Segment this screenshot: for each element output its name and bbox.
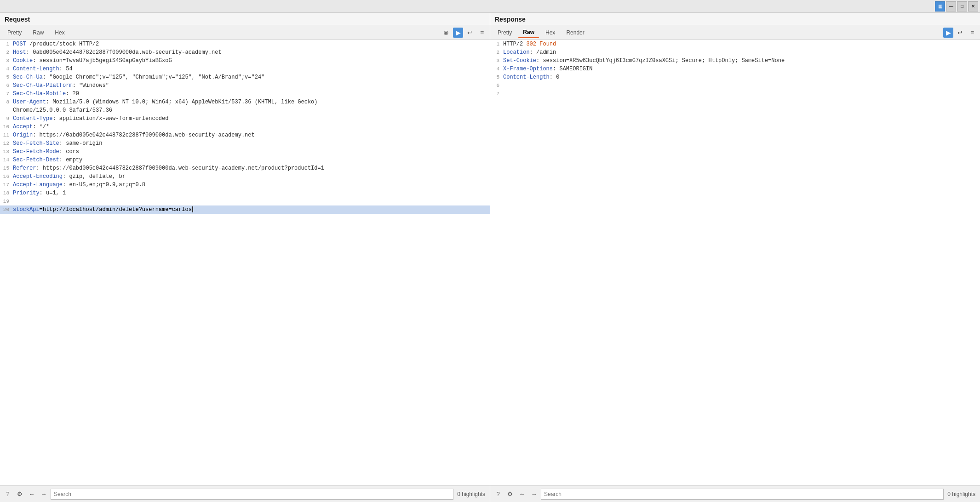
line-content: Sec-Fetch-Site: same-origin <box>13 139 490 148</box>
send-icon-response[interactable]: ▶ <box>943 28 953 38</box>
line-content: Referer: https://0abd005e042c448782c2887… <box>13 164 490 172</box>
line-number: 2 <box>490 48 503 57</box>
line-content: Sec-Ch-Ua-Platform: "Windows" <box>13 81 490 90</box>
line-number: 6 <box>490 81 503 90</box>
back-icon-request[interactable]: ← <box>27 489 37 499</box>
request-line-14[interactable]: 14Sec-Fetch-Dest: empty <box>0 156 490 164</box>
request-line-18[interactable]: 18Priority: u=1, i <box>0 189 490 197</box>
line-content: Sec-Ch-Ua-Mobile: ?0 <box>13 90 490 98</box>
tab-render-response[interactable]: Render <box>562 28 589 38</box>
line-content: Cookie: session=TwvaU7ajb5gegiS4S0apGayb… <box>13 57 490 65</box>
response-line-5[interactable]: 6 <box>490 81 980 90</box>
request-line-10[interactable]: 10Accept: */* <box>0 123 490 131</box>
request-line-3[interactable]: 4Content-Length: 54 <box>0 65 490 73</box>
response-line-0[interactable]: 1HTTP/2 302 Found <box>490 40 980 48</box>
layout-btn-1[interactable]: ▦ <box>935 1 945 11</box>
request-line-8[interactable]: Chrome/125.0.0.0 Safari/537.36 <box>0 106 490 114</box>
wrap-icon-response[interactable]: ↵ <box>955 28 965 38</box>
request-line-7[interactable]: 8User-Agent: Mozilla/5.0 (Windows NT 10.… <box>0 98 490 106</box>
response-line-3[interactable]: 4X-Frame-Options: SAMEORIGIN <box>490 65 980 73</box>
highlights-count-response: 0 highlights <box>946 491 977 497</box>
main-split: Request Pretty Raw Hex ⊗ ▶ ↵ ≡ 1POST /pr… <box>0 13 980 502</box>
request-line-2[interactable]: 3Cookie: session=TwvaU7ajb5gegiS4S0apGay… <box>0 57 490 65</box>
response-line-2[interactable]: 3Set-Cookie: session=XR5w63ucQbtYqj6I3cm… <box>490 57 980 65</box>
response-pane: Response Pretty Raw Hex Render ▶ ↵ ≡ 1HT… <box>490 13 980 502</box>
line-content: Location: /admin <box>503 48 980 57</box>
tab-pretty-response[interactable]: Pretty <box>493 28 516 38</box>
line-number: 13 <box>0 148 13 156</box>
line-number: 10 <box>0 123 13 131</box>
line-number: 17 <box>0 181 13 189</box>
response-code-area[interactable]: 1HTTP/2 302 Found2Location: /admin3Set-C… <box>490 40 980 485</box>
send-icon[interactable]: ▶ <box>453 28 463 38</box>
line-number: 4 <box>490 65 503 73</box>
response-line-4[interactable]: 5Content-Length: 0 <box>490 73 980 81</box>
line-number: 15 <box>0 164 13 172</box>
more-icon[interactable]: ≡ <box>477 28 487 38</box>
request-line-17[interactable]: 17Accept-Language: en-US,en;q=0.9,ar;q=0… <box>0 181 490 189</box>
layout-btn-4[interactable]: ✕ <box>968 1 978 11</box>
line-number: 1 <box>490 40 503 48</box>
line-content: Content-Type: application/x-www-form-url… <box>13 114 490 123</box>
line-content: stockApi=http://localhost/admin/delete?u… <box>13 205 490 214</box>
request-line-13[interactable]: 13Sec-Fetch-Mode: cors <box>0 148 490 156</box>
request-line-19[interactable]: 19 <box>0 197 490 205</box>
request-line-20[interactable]: 20stockApi=http://localhost/admin/delete… <box>0 205 490 214</box>
help-icon-request[interactable]: ? <box>3 489 13 499</box>
back-icon-response[interactable]: ← <box>517 489 527 499</box>
line-content: Set-Cookie: session=XR5w63ucQbtYqj6I3cmG… <box>503 57 980 65</box>
line-content: Host: 0abd005e042c448782c2887f009000da.w… <box>13 48 490 57</box>
request-line-0[interactable]: 1POST /product/stock HTTP/2 <box>0 40 490 48</box>
line-number: 6 <box>0 81 13 90</box>
line-content: User-Agent: Mozilla/5.0 (Windows NT 10.0… <box>13 98 490 106</box>
request-line-4[interactable]: 5Sec-Ch-Ua: "Google Chrome";v="125", "Ch… <box>0 73 490 81</box>
help-icon-response[interactable]: ? <box>493 489 503 499</box>
line-number: 2 <box>0 48 13 57</box>
line-number: 3 <box>0 57 13 65</box>
request-line-9[interactable]: 9Content-Type: application/x-www-form-ur… <box>0 114 490 123</box>
request-line-1[interactable]: 2Host: 0abd005e042c448782c2887f009000da.… <box>0 48 490 57</box>
line-number: 14 <box>0 156 13 164</box>
request-line-6[interactable]: 7Sec-Ch-Ua-Mobile: ?0 <box>0 90 490 98</box>
response-line-6[interactable]: 7 <box>490 90 980 98</box>
search-input-response[interactable] <box>541 489 944 500</box>
line-content: Accept-Language: en-US,en;q=0.9,ar;q=0.8 <box>13 181 490 189</box>
line-content: POST /product/stock HTTP/2 <box>13 40 490 48</box>
forward-icon-request[interactable]: → <box>39 489 49 499</box>
tab-raw-request[interactable]: Raw <box>28 28 48 38</box>
layout-btn-2[interactable]: — <box>946 1 956 11</box>
settings-icon-request[interactable]: ⚙ <box>15 489 25 499</box>
line-number: 5 <box>490 73 503 81</box>
highlights-count-request: 0 highlights <box>455 491 487 497</box>
line-number: 1 <box>0 40 13 48</box>
response-bottom-bar: ? ⚙ ← → 0 highlights <box>490 485 980 502</box>
request-pane: Request Pretty Raw Hex ⊗ ▶ ↵ ≡ 1POST /pr… <box>0 13 490 502</box>
line-number: 7 <box>0 90 13 98</box>
more-icon-response[interactable]: ≡ <box>967 28 977 38</box>
forward-icon-response[interactable]: → <box>529 489 539 499</box>
tab-hex-request[interactable]: Hex <box>50 28 69 38</box>
request-line-15[interactable]: 15Referer: https://0abd005e042c448782c28… <box>0 164 490 172</box>
line-number: 20 <box>0 205 13 214</box>
request-line-12[interactable]: 12Sec-Fetch-Site: same-origin <box>0 139 490 148</box>
request-code-area[interactable]: 1POST /product/stock HTTP/22Host: 0abd00… <box>0 40 490 485</box>
layout-btn-3[interactable]: □ <box>957 1 967 11</box>
tab-hex-response[interactable]: Hex <box>541 28 560 38</box>
request-line-16[interactable]: 16Accept-Encoding: gzip, deflate, br <box>0 172 490 181</box>
line-number: 4 <box>0 65 13 73</box>
request-line-5[interactable]: 6Sec-Ch-Ua-Platform: "Windows" <box>0 81 490 90</box>
response-line-1[interactable]: 2Location: /admin <box>490 48 980 57</box>
request-tab-bar: Pretty Raw Hex ⊗ ▶ ↵ ≡ <box>0 25 490 40</box>
tab-raw-response[interactable]: Raw <box>518 27 539 38</box>
line-number: 16 <box>0 172 13 181</box>
request-line-11[interactable]: 11Origin: https://0abd005e042c448782c288… <box>0 131 490 139</box>
tab-pretty-request[interactable]: Pretty <box>3 28 26 38</box>
line-content: Content-Length: 54 <box>13 65 490 73</box>
wrap-icon[interactable]: ↵ <box>465 28 475 38</box>
line-number: 5 <box>0 73 13 81</box>
disable-intercept-icon[interactable]: ⊗ <box>441 28 451 38</box>
line-number: 9 <box>0 114 13 123</box>
search-input-request[interactable] <box>51 489 453 500</box>
settings-icon-response[interactable]: ⚙ <box>505 489 515 499</box>
line-number: 11 <box>0 131 13 139</box>
